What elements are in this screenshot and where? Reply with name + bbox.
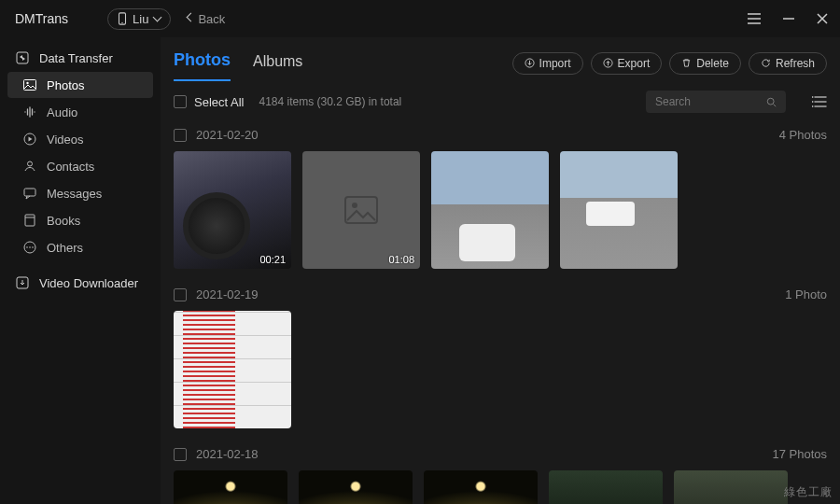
close-button[interactable] xyxy=(816,12,829,25)
view-toggle-icon[interactable] xyxy=(812,95,827,108)
sidebar-item-contacts[interactable]: Contacts xyxy=(7,153,153,179)
back-label: Back xyxy=(198,12,225,26)
others-icon xyxy=(22,240,37,255)
messages-icon xyxy=(22,186,37,201)
refresh-button[interactable]: Refresh xyxy=(749,52,827,75)
duration-label: 01:08 xyxy=(388,254,414,265)
tab-albums[interactable]: Albums xyxy=(253,48,302,79)
search-box[interactable] xyxy=(646,91,786,113)
svg-rect-7 xyxy=(24,189,35,196)
videos-icon xyxy=(22,132,37,147)
sidebar-item-videos[interactable]: Videos xyxy=(7,126,153,152)
date-checkbox[interactable] xyxy=(174,288,187,301)
device-name: Liu xyxy=(133,12,148,26)
photo-thumbnail[interactable] xyxy=(174,470,287,504)
photo-thumbnail[interactable]: 00:21 xyxy=(174,151,291,269)
photo-thumbnail[interactable] xyxy=(424,470,538,504)
sidebar-item-label: Videos xyxy=(47,133,84,147)
photo-grid: 2021-02-204 Photos00:2101:082021-02-191 … xyxy=(161,122,840,504)
svg-rect-3 xyxy=(24,80,36,91)
date-label: 2021-02-20 xyxy=(196,128,259,142)
date-checkbox[interactable] xyxy=(174,129,187,142)
sidebar-item-label: Messages xyxy=(47,187,102,201)
sidebar-item-label: Books xyxy=(47,214,80,228)
svg-rect-20 xyxy=(345,197,377,223)
photo-thumbnail[interactable] xyxy=(174,311,291,428)
svg-point-21 xyxy=(352,203,357,208)
sidebar-item-others[interactable]: Others xyxy=(7,234,153,260)
sidebar-item-audio[interactable]: Audio xyxy=(7,99,153,125)
watermark: 綠色工廠 xyxy=(784,484,833,500)
delete-button[interactable]: Delete xyxy=(669,52,741,75)
import-button[interactable]: Import xyxy=(512,52,583,75)
books-icon xyxy=(22,213,37,228)
photo-thumbnail[interactable]: 01:08 xyxy=(302,151,420,269)
date-count: 4 Photos xyxy=(779,128,827,142)
date-label: 2021-02-18 xyxy=(196,447,259,461)
device-selector[interactable]: Liu xyxy=(107,8,171,30)
chevron-left-icon xyxy=(187,13,196,22)
contacts-icon xyxy=(22,159,37,174)
photo-thumbnail[interactable] xyxy=(560,151,678,269)
photo-thumbnail[interactable] xyxy=(431,151,549,269)
minimize-button[interactable] xyxy=(782,12,795,25)
sidebar-group-video-downloader[interactable]: Video Downloader xyxy=(7,270,153,296)
phone-icon xyxy=(118,12,127,25)
sidebar-group-label: Data Transfer xyxy=(39,51,113,65)
photos-icon xyxy=(22,77,37,92)
app-title: DMTrans xyxy=(15,11,68,26)
import-icon xyxy=(525,58,535,68)
export-icon xyxy=(603,58,613,68)
svg-point-16 xyxy=(767,98,774,105)
tab-photos[interactable]: Photos xyxy=(174,45,231,81)
svg-point-17 xyxy=(812,96,814,98)
date-count: 17 Photos xyxy=(772,447,827,461)
sidebar-group-label: Video Downloader xyxy=(39,276,138,290)
sidebar-item-label: Audio xyxy=(47,105,77,119)
svg-point-10 xyxy=(26,246,28,248)
sidebar-item-label: Others xyxy=(47,241,83,255)
svg-point-18 xyxy=(812,101,814,103)
svg-point-4 xyxy=(26,82,28,84)
search-icon xyxy=(766,96,777,108)
date-count: 1 Photo xyxy=(785,287,827,301)
image-placeholder-icon xyxy=(344,196,378,224)
duration-label: 00:21 xyxy=(259,254,286,265)
chevron-down-icon xyxy=(153,13,162,22)
delete-icon xyxy=(681,58,692,68)
sidebar: Data Transfer Photos Audio Videos Contac… xyxy=(0,37,161,504)
sidebar-group-data-transfer[interactable]: Data Transfer xyxy=(7,45,153,71)
sidebar-item-label: Contacts xyxy=(47,160,94,174)
menu-icon[interactable] xyxy=(747,12,762,25)
date-checkbox[interactable] xyxy=(174,448,187,461)
export-button[interactable]: Export xyxy=(591,52,663,75)
search-input[interactable] xyxy=(655,95,759,108)
refresh-icon xyxy=(761,58,771,68)
totals-label: 4184 items (30.2 GB) in total xyxy=(259,95,401,108)
back-button[interactable]: Back xyxy=(188,12,225,26)
audio-icon xyxy=(22,105,37,119)
select-all-checkbox[interactable] xyxy=(174,95,187,108)
sidebar-item-photos[interactable]: Photos xyxy=(7,72,153,98)
svg-point-12 xyxy=(32,246,34,248)
photo-thumbnail[interactable] xyxy=(299,470,413,504)
svg-rect-8 xyxy=(25,215,35,226)
svg-point-1 xyxy=(121,22,122,23)
svg-point-6 xyxy=(28,161,33,166)
select-all-label: Select All xyxy=(194,95,244,109)
downloader-icon xyxy=(15,275,30,290)
photo-thumbnail[interactable] xyxy=(549,470,663,504)
svg-point-11 xyxy=(29,246,31,248)
transfer-icon xyxy=(15,50,30,65)
button-label: Refresh xyxy=(776,57,815,70)
sidebar-item-label: Photos xyxy=(47,78,84,92)
sidebar-item-messages[interactable]: Messages xyxy=(7,180,153,206)
date-label: 2021-02-19 xyxy=(196,287,259,301)
button-label: Export xyxy=(618,57,651,70)
sidebar-item-books[interactable]: Books xyxy=(7,207,153,233)
photo-thumbnail[interactable] xyxy=(674,470,788,504)
button-label: Import xyxy=(539,57,571,70)
button-label: Delete xyxy=(696,57,729,70)
svg-point-19 xyxy=(812,105,814,107)
